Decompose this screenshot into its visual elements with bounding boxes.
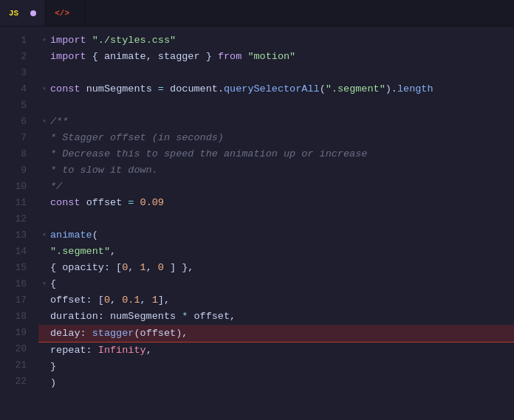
- token-punc: ,: [110, 246, 116, 257]
- token-num: 0: [158, 262, 164, 273]
- token-punc: }: [50, 361, 56, 372]
- token-method: querySelectorAll: [224, 83, 320, 94]
- token-prop: offset: [50, 295, 86, 306]
- line-numbers: 12345678910111213141516171819202122: [0, 27, 35, 420]
- token-punc: [164, 83, 170, 94]
- token-punc: [86, 35, 92, 46]
- token-punc: :: [86, 345, 98, 356]
- token-prop: opacity: [62, 262, 104, 273]
- token-comment: * Decrease this to speed the animation u…: [50, 148, 367, 159]
- fold-arrow-1[interactable]: ▾: [38, 32, 50, 49]
- token-num: 1: [152, 295, 158, 306]
- token-comment: */: [50, 181, 62, 192]
- token-punc: ,: [110, 295, 122, 306]
- token-prop: duration: [50, 311, 98, 322]
- token-str: ".segment": [326, 83, 386, 94]
- token-punc: ): [50, 377, 56, 388]
- token-punc: : [: [86, 295, 104, 306]
- token-var-name: numSegments: [86, 83, 152, 94]
- code-line-2: import { animate, stagger } from "motion…: [38, 49, 514, 65]
- code-line-20: repeat: Infinity,: [38, 342, 514, 359]
- html-icon: </>: [55, 9, 69, 18]
- token-punc: ,: [146, 51, 158, 62]
- token-var-name: numSegments: [110, 311, 176, 322]
- token-kw-const: const: [50, 83, 80, 94]
- code-line-21: }: [38, 359, 514, 375]
- code-line-3: [38, 65, 514, 81]
- token-special: Infinity: [98, 345, 146, 356]
- token-punc: :: [80, 328, 92, 339]
- js-icon: JS: [9, 9, 18, 18]
- code-line-12: [38, 211, 514, 227]
- token-op: =: [158, 83, 164, 94]
- code-line-6: ▾/**: [38, 114, 514, 130]
- fold-arrow-13[interactable]: ▾: [38, 227, 50, 244]
- token-punc: (: [320, 83, 326, 94]
- token-punc: ],: [158, 295, 170, 306]
- token-punc: :: [98, 311, 110, 322]
- token-str: ".segment": [50, 246, 110, 257]
- code-line-5: [38, 97, 514, 114]
- token-kw-const: const: [50, 197, 80, 208]
- code-line-15: { opacity: [0, 1, 0 ] },: [38, 260, 514, 276]
- token-punc: {: [50, 262, 62, 273]
- token-num: 0.09: [140, 197, 164, 208]
- token-prop: repeat: [50, 345, 86, 356]
- code-line-10: */: [38, 179, 514, 195]
- tab-index-html[interactable]: </>: [46, 0, 85, 26]
- token-kw-import: import: [50, 51, 86, 62]
- code-line-1: ▾import "./styles.css": [38, 32, 514, 49]
- token-punc: }: [200, 51, 218, 62]
- token-punc: ),: [176, 328, 188, 339]
- token-num: 0.1: [122, 295, 140, 306]
- code-line-8: * Decrease this to speed the animation u…: [38, 146, 514, 162]
- token-punc: {: [50, 278, 56, 289]
- code-line-16: ▾ {: [38, 276, 514, 292]
- code-line-4: ▾const numSegments = document.querySelec…: [38, 81, 514, 97]
- token-comment: * Stagger offset (in seconds): [50, 132, 224, 143]
- code-line-17: offset: [0, 0.1, 1],: [38, 292, 514, 309]
- token-comment: /**: [50, 116, 68, 127]
- token-str: "./styles.css": [92, 35, 176, 46]
- token-num: 0: [104, 295, 110, 306]
- token-punc: : [: [104, 262, 122, 273]
- token-var-name: offset: [86, 197, 123, 208]
- token-punc: .: [218, 83, 224, 94]
- token-method: length: [397, 83, 434, 94]
- token-var-name: stagger: [158, 51, 200, 62]
- modified-dot: [30, 10, 36, 16]
- token-punc: ,: [146, 345, 152, 356]
- code-line-19: delay: stagger(offset),: [38, 325, 514, 342]
- token-punc: (: [92, 230, 98, 241]
- token-punc: {: [86, 51, 104, 62]
- code-line-14: ".segment",: [38, 244, 514, 260]
- token-punc: ,: [146, 262, 158, 273]
- fold-arrow-4[interactable]: ▾: [38, 81, 50, 97]
- token-kw-import: import: [50, 35, 86, 46]
- token-var-name: offset: [193, 311, 230, 322]
- token-punc: [80, 197, 86, 208]
- code-line-9: * to slow it down.: [38, 162, 514, 179]
- fold-arrow-6[interactable]: ▾: [38, 114, 50, 130]
- token-punc: ).: [386, 83, 397, 94]
- token-var-name: animate: [104, 51, 146, 62]
- token-punc: [134, 197, 140, 208]
- token-str: "motion": [247, 51, 295, 62]
- token-punc: [80, 83, 86, 94]
- code-line-11: const offset = 0.09: [38, 195, 514, 211]
- fold-arrow-16[interactable]: ▾: [38, 276, 50, 292]
- code-line-22: ): [38, 375, 514, 391]
- code-line-7: * Stagger offset (in seconds): [38, 130, 514, 146]
- token-kw-from: from: [218, 51, 241, 62]
- token-var-name: offset: [140, 328, 177, 339]
- code-content[interactable]: ▾import "./styles.css"import { animate, …: [35, 27, 514, 420]
- tab-bar: JS </>: [0, 0, 514, 27]
- tab-index-js[interactable]: JS: [0, 0, 46, 26]
- token-var-name: document: [170, 83, 218, 94]
- token-punc: ,: [140, 295, 152, 306]
- token-fn-name: stagger: [92, 328, 134, 339]
- token-punc: [152, 83, 158, 94]
- token-prop: delay: [50, 328, 80, 339]
- token-punc: ,: [230, 311, 236, 322]
- code-editor: 12345678910111213141516171819202122 ▾imp…: [0, 27, 514, 420]
